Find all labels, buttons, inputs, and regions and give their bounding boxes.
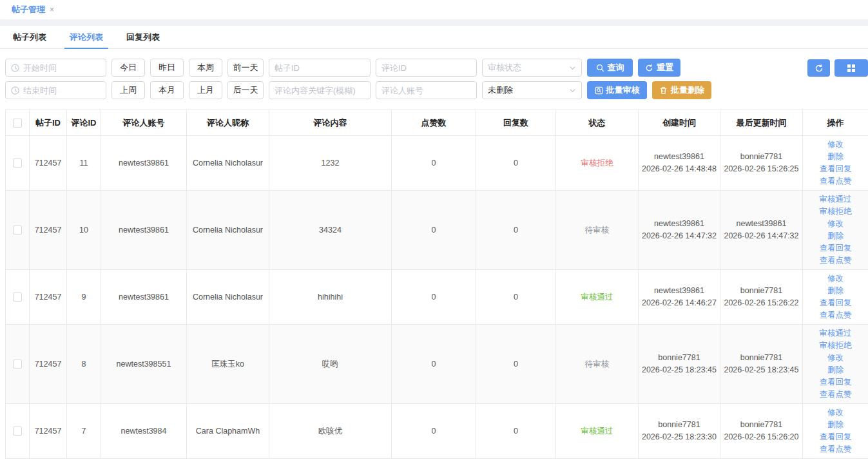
timestamp: 2026-02-25 18:23:45 [641,364,717,376]
chevron-down-icon [569,87,576,94]
status-cell: 待审核 [556,191,639,270]
replies-count-cell: 0 [476,191,556,270]
action-link[interactable]: 查看回复 [805,163,865,175]
replies-count-cell: 0 [476,404,556,459]
comment-id-cell: 9 [67,270,101,325]
prev-day-button[interactable]: 前一天 [227,59,264,77]
column-header: 操作 [803,110,868,136]
clock-icon [11,64,19,72]
end-time-input[interactable] [5,81,106,99]
close-tab-icon[interactable]: × [50,5,54,14]
clock-icon [11,86,19,95]
this-month-button[interactable]: 本月 [150,81,184,99]
comment-id-input[interactable] [376,59,477,77]
row-select-cell [6,404,30,459]
end-time-field[interactable] [23,86,101,95]
delete-status-select[interactable]: 未删除 [482,81,582,99]
timestamp: 2026-02-26 15:26:20 [723,431,800,443]
operator-name: newtest39861 [641,151,717,163]
created-time-cell: newtest398612026-02-26 14:48:48 [639,136,720,191]
comment-id-cell: 8 [67,325,101,404]
refresh-table-button[interactable] [807,59,830,77]
keyword-field[interactable] [275,86,365,95]
actions-cell: 审核通过审核拒绝修改删除查看回复查看点赞 [803,191,868,270]
keyword-input[interactable] [269,81,371,99]
this-week-button[interactable]: 本周 [189,59,222,77]
timestamp: 2026-02-26 14:48:48 [641,163,717,175]
status-cell: 审核通过 [556,404,639,459]
action-link[interactable]: 查看回复 [805,297,865,309]
comment-id-field[interactable] [381,63,471,73]
action-link[interactable]: 查看点赞 [805,255,865,267]
operator-name: newtest39861 [641,285,717,297]
row-checkbox[interactable] [13,159,22,168]
action-link[interactable]: 审核通过 [805,193,865,206]
action-link[interactable]: 查看点赞 [805,309,865,322]
action-link[interactable]: 修改 [805,139,865,151]
next-day-button[interactable]: 后一天 [227,81,264,99]
column-header: 状态 [556,110,639,136]
created-time-cell: newtest398612026-02-26 14:46:27 [639,270,720,325]
operator-name: bonnie7781 [723,285,800,297]
action-link[interactable]: 查看回复 [805,376,865,389]
comments-table: 帖子ID评论ID评论人账号评论人昵称评论内容点赞数回复数状态创建时间最后更新时间… [5,110,868,459]
today-button[interactable]: 今日 [111,59,145,77]
action-link[interactable]: 删除 [805,151,865,163]
action-link[interactable]: 删除 [805,419,865,431]
action-link[interactable]: 删除 [805,364,865,376]
tab-post-list[interactable]: 帖子列表 [12,26,48,48]
timestamp: 2026-02-26 15:26:22 [723,297,800,309]
audit-status-select[interactable]: 审核状态 [482,59,582,77]
last-week-button[interactable]: 上周 [111,81,145,99]
select-all-checkbox[interactable] [13,119,22,128]
start-time-input[interactable] [5,59,106,77]
updated-time-cell: bonnie77812026-02-26 15:26:22 [720,270,803,325]
row-checkbox[interactable] [13,226,22,235]
post-id-input[interactable] [269,59,371,77]
action-link[interactable]: 修改 [805,352,865,364]
reset-button[interactable]: 重置 [638,59,680,77]
batch-audit-button[interactable]: 批量审核 [587,81,647,99]
batch-delete-button[interactable]: 批量删除 [652,81,711,99]
action-link[interactable]: 删除 [805,285,865,297]
updated-time-cell: bonnie77812026-02-26 15:26:25 [720,136,803,191]
post-management-tab[interactable]: 帖子管理 × [12,4,54,15]
column-settings-button[interactable] [834,59,868,77]
row-checkbox[interactable] [13,360,22,369]
action-link[interactable]: 查看点赞 [805,443,865,456]
action-link[interactable]: 查看回复 [805,242,865,255]
action-link[interactable]: 修改 [805,218,865,230]
row-select-cell [6,136,30,191]
table-row: 7124578newtest398551匡珠玉ko哎哟00待审核bonnie77… [6,325,868,404]
column-header: 点赞数 [392,110,476,136]
comment-content-cell: 欧咳优 [269,404,392,459]
comment-id-cell: 10 [67,191,101,270]
tab-comment-list[interactable]: 评论列表 [68,26,104,48]
tab-reply-list[interactable]: 回复列表 [125,26,161,48]
action-link[interactable]: 删除 [805,230,865,242]
search-button[interactable]: 查询 [587,59,633,77]
action-link[interactable]: 查看点赞 [805,389,865,401]
created-time-cell: bonnie77812026-02-25 18:23:45 [639,325,720,404]
row-checkbox[interactable] [13,293,22,302]
action-link[interactable]: 查看回复 [805,431,865,443]
action-link[interactable]: 审核拒绝 [805,206,865,218]
row-checkbox[interactable] [13,427,22,436]
last-month-button[interactable]: 上月 [189,81,222,99]
commenter-nickname-cell: Cornelia Nicholasur [187,270,269,325]
row-select-cell [6,270,30,325]
action-link[interactable]: 修改 [805,407,865,419]
action-link[interactable]: 查看点赞 [805,175,865,187]
status-badge: 审核通过 [581,293,613,302]
action-link[interactable]: 审核通过 [805,327,865,340]
yesterday-button[interactable]: 昨日 [150,59,184,77]
start-time-field[interactable] [23,63,101,73]
action-link[interactable]: 修改 [805,273,865,285]
post-id-field[interactable] [275,63,365,73]
commenter-account-field[interactable] [381,86,471,95]
column-header: 帖子ID [30,110,67,136]
commenter-account-input[interactable] [376,81,477,99]
operator-name: bonnie7781 [641,419,717,431]
commenter-nickname-cell: Cara ClaphamWh [187,404,269,459]
action-link[interactable]: 审核拒绝 [805,340,865,352]
